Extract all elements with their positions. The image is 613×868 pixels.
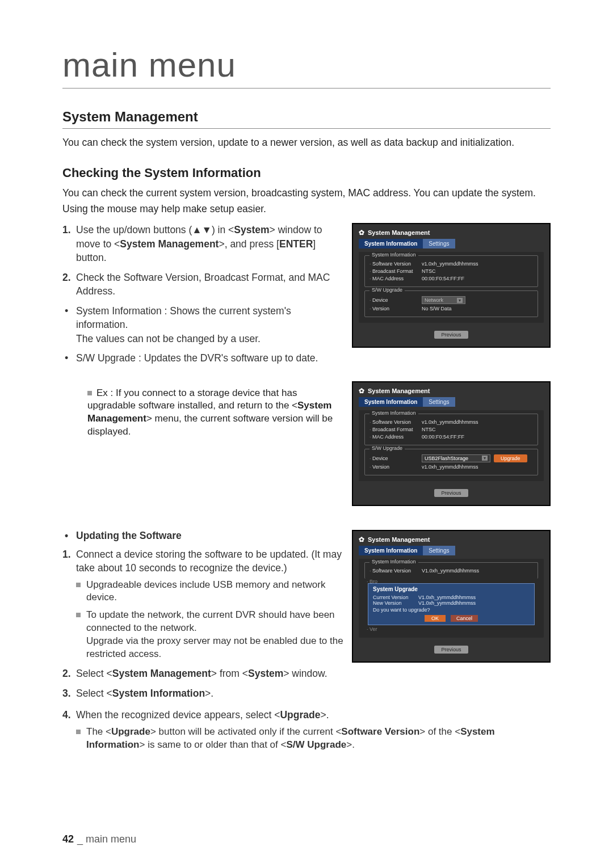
upd-step-2: 2. Select <System Management> from <Syst… <box>76 667 344 681</box>
upd-step-3: 3. Select <System Information>. <box>76 686 344 701</box>
upd-step-1-note-2: To update the network, the current DVR s… <box>86 609 344 661</box>
gear-icon: ✿ <box>359 229 364 237</box>
chevron-down-icon: ▾ <box>457 298 463 303</box>
upgrade-confirm-dialog: System Upgrade Current VersionV1.0xh_yym… <box>368 583 535 625</box>
section-paragraph: You can check the system version, update… <box>62 136 551 150</box>
square-bullet-icon <box>87 391 92 395</box>
screenshot-sysinfo-no-data: ✿System Management System Information Se… <box>352 223 551 348</box>
modal-cancel-button[interactable]: Cancel <box>451 615 478 622</box>
page-footer: 42_ main menu <box>62 833 136 845</box>
example-note: Ex : If you connect to a storage device … <box>62 387 344 439</box>
tab-system-information[interactable]: System Information <box>359 546 423 555</box>
device-dropdown[interactable]: Network▾ <box>422 296 465 304</box>
screenshot-upgrade-modal: ✿System Management System Information Se… <box>352 530 551 663</box>
subsection-heading: Checking the System Information <box>62 166 551 180</box>
page-title: main menu <box>62 45 551 89</box>
tab-settings[interactable]: Settings <box>423 397 455 407</box>
upgrade-button[interactable]: Upgrade <box>494 454 527 462</box>
upd-step-4-note: The <Upgrade> button will be activated o… <box>86 726 551 752</box>
section-heading: System Management <box>62 109 551 129</box>
modal-ok-button[interactable]: OK <box>425 615 446 622</box>
tab-system-information[interactable]: System Information <box>359 397 423 407</box>
mouse-note: Using the mouse may help make setup easi… <box>62 203 551 215</box>
bullet-system-information: System Information : Shows the current s… <box>76 304 344 346</box>
chevron-down-icon: ▾ <box>482 456 488 461</box>
upd-step-4: 4. When the recognized device appears, s… <box>76 708 551 751</box>
subsection-paragraph: You can check the current system version… <box>62 186 551 200</box>
previous-button[interactable]: Previous <box>434 331 468 339</box>
gear-icon: ✿ <box>359 387 364 395</box>
device-dropdown[interactable]: USB2FlashStorage▾ <box>422 454 490 462</box>
previous-button[interactable]: Previous <box>434 489 468 497</box>
step-1: 1. Use the up/down buttons (▲▼) in <Syst… <box>76 223 344 265</box>
tab-system-information[interactable]: System Information <box>359 239 423 248</box>
screenshot-sysinfo-usb: ✿System Management System Information Se… <box>352 381 551 506</box>
upd-step-1-note-1: Upgradeable devices include USB memory a… <box>86 579 344 605</box>
tab-settings[interactable]: Settings <box>423 546 455 555</box>
upd-step-1: 1. Connect a device storing the software… <box>76 547 344 661</box>
previous-button[interactable]: Previous <box>434 646 468 654</box>
step-2: 2. Check the Software Version, Broadcast… <box>76 271 344 298</box>
bullet-sw-upgrade: S/W Upgrade : Updates the DVR's software… <box>76 351 344 365</box>
updating-heading: Updating the Software <box>62 530 344 542</box>
gear-icon: ✿ <box>359 536 364 543</box>
tab-settings[interactable]: Settings <box>423 239 455 248</box>
